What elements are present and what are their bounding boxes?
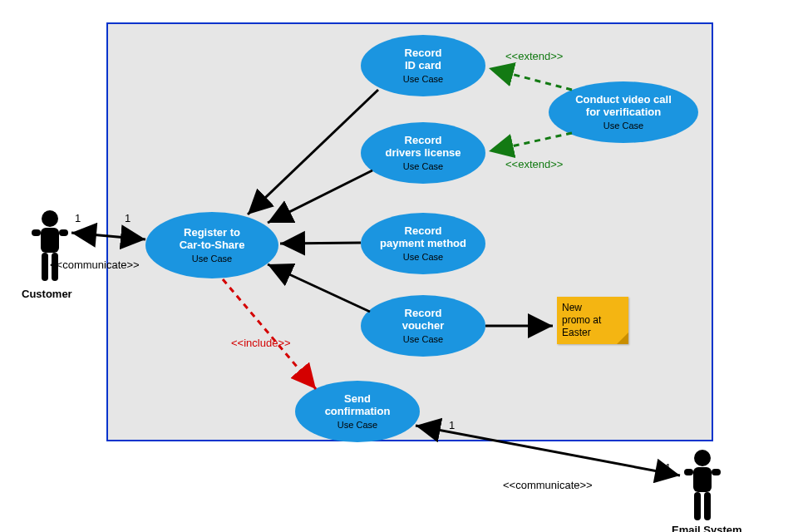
person-icon <box>29 209 71 284</box>
usecase-send-conf-title: Sendconfirmation <box>325 393 391 418</box>
usecase-register[interactable]: Register toCar-to-Share Use Case <box>145 212 278 278</box>
mult-customer-near: 1 <box>75 212 81 224</box>
mult-email-far: 1 <box>449 419 455 431</box>
svg-rect-3 <box>59 229 68 236</box>
usecase-video-call[interactable]: Conduct video callfor verification Use C… <box>549 81 698 143</box>
usecase-record-voucher-sub: Use Case <box>403 334 443 344</box>
svg-rect-1 <box>41 228 59 253</box>
svg-point-0 <box>42 210 58 227</box>
actor-email[interactable] <box>682 449 723 524</box>
label-extend-1: <<extend>> <box>505 50 563 62</box>
actor-customer[interactable] <box>29 209 71 284</box>
label-include: <<include>> <box>231 337 291 349</box>
usecase-record-pay-title: Recordpayment method <box>380 225 466 250</box>
usecase-record-id-title: RecordID card <box>405 47 442 72</box>
usecase-register-title: Register toCar-to-Share <box>180 227 245 252</box>
mult-customer-far: 1 <box>125 212 131 224</box>
usecase-record-id[interactable]: RecordID card Use Case <box>361 35 485 96</box>
stereo-email: <<communicate>> <box>503 479 593 491</box>
usecase-send-conf[interactable]: Sendconfirmation Use Case <box>295 381 420 442</box>
svg-rect-7 <box>693 467 712 492</box>
actor-email-label: Email System <box>672 524 742 532</box>
usecase-register-sub: Use Case <box>192 254 232 264</box>
actor-customer-label: Customer <box>22 288 72 300</box>
sticky-note[interactable]: Newpromo atEaster <box>557 297 628 344</box>
svg-rect-9 <box>712 469 721 475</box>
usecase-record-dl-sub: Use Case <box>403 161 443 171</box>
sticky-note-text: Newpromo atEaster <box>562 302 601 338</box>
usecase-record-dl-title: Recorddrivers license <box>385 135 461 160</box>
mult-email-near: 1 <box>665 461 671 474</box>
svg-rect-4 <box>42 253 48 281</box>
usecase-record-voucher-title: Recordvoucher <box>402 308 445 332</box>
diagram-canvas: Register toCar-to-Share Use Case RecordI… <box>0 0 798 532</box>
svg-rect-10 <box>694 492 701 520</box>
svg-rect-2 <box>32 229 41 236</box>
svg-point-6 <box>694 450 711 466</box>
usecase-video-call-title: Conduct video callfor verification <box>575 94 672 119</box>
usecase-send-conf-sub: Use Case <box>337 420 377 430</box>
label-extend-2: <<extend>> <box>505 158 563 170</box>
usecase-video-call-sub: Use Case <box>603 121 643 131</box>
usecase-record-pay[interactable]: Recordpayment method Use Case <box>361 213 485 274</box>
stereo-customer: <<communicate>> <box>50 259 140 271</box>
svg-rect-8 <box>684 469 693 475</box>
svg-rect-11 <box>704 492 711 520</box>
usecase-record-dl[interactable]: Recorddrivers license Use Case <box>361 122 485 184</box>
usecase-record-pay-sub: Use Case <box>403 252 443 262</box>
usecase-record-voucher[interactable]: Recordvoucher Use Case <box>361 295 485 357</box>
usecase-record-id-sub: Use Case <box>403 74 443 84</box>
person-icon <box>682 449 723 524</box>
